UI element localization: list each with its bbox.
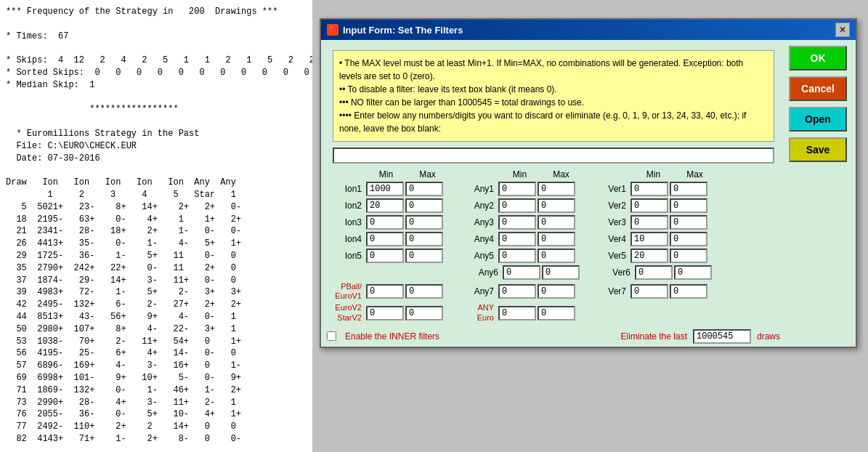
any1-max[interactable] — [538, 182, 575, 196]
any5-max[interactable] — [538, 249, 575, 263]
cancel-button[interactable]: Cancel — [789, 76, 847, 101]
any6-label: Any6 — [463, 267, 501, 278]
ver4-label: Ver4 — [591, 234, 629, 244]
ver1-label: Ver1 — [591, 184, 629, 194]
ion1-min[interactable] — [366, 182, 404, 196]
ver2-max[interactable] — [670, 198, 707, 213]
any4-max[interactable] — [538, 232, 575, 246]
ion4-min[interactable] — [366, 232, 404, 246]
ion5-min[interactable] — [366, 249, 404, 263]
any4-label: Any4 — [459, 234, 497, 244]
ver-min-header: Min — [633, 169, 673, 179]
ion2-label: Ion2 — [327, 201, 365, 211]
any-min-header: Min — [500, 169, 540, 179]
any2-max[interactable] — [538, 198, 575, 213]
draws-input[interactable] — [693, 329, 751, 344]
inner-filters-checkbox[interactable] — [327, 331, 336, 341]
ion3-label: Ion3 — [327, 217, 365, 227]
pball-max[interactable] — [405, 284, 443, 299]
any1-min[interactable] — [498, 182, 536, 196]
eliminate-label: Eliminate the last — [621, 331, 687, 342]
save-button[interactable]: Save — [789, 137, 847, 162]
ver6-label: Ver6 — [596, 267, 633, 278]
any4-min[interactable] — [498, 232, 536, 246]
close-button[interactable]: ✕ — [835, 23, 850, 37]
pball-label: PBall/EuroV1 — [327, 282, 365, 301]
any1-label: Any1 — [459, 184, 497, 194]
ion-min-header: Min — [366, 169, 406, 179]
info-line1: • The MAX level must be at least Min+1. … — [339, 58, 743, 81]
any-euro-max[interactable] — [538, 306, 575, 320]
app-icon: 🔴 — [327, 24, 338, 36]
ion2-max[interactable] — [405, 198, 443, 213]
any6-min[interactable] — [503, 265, 540, 280]
any7-label: Any7 — [459, 286, 497, 296]
ver2-label: Ver2 — [591, 201, 629, 211]
any-max-header: Max — [541, 169, 581, 179]
eurov2-max[interactable] — [405, 306, 443, 320]
ver3-label: Ver3 — [591, 217, 629, 227]
open-button[interactable]: Open — [789, 107, 847, 132]
discard-input-field[interactable] — [333, 148, 774, 164]
ver4-min[interactable] — [630, 232, 668, 246]
discard-section — [333, 148, 774, 164]
any3-label: Any3 — [459, 217, 497, 227]
ver5-label: Ver5 — [591, 251, 629, 261]
any-euro-label: ANYEuro — [459, 303, 497, 322]
ver4-max[interactable] — [670, 232, 707, 246]
ion1-label: Ion1 — [327, 184, 365, 194]
eurov2-min[interactable] — [366, 306, 404, 320]
ver5-min[interactable] — [630, 249, 668, 263]
any2-label: Any2 — [459, 201, 497, 211]
terminal-area: *** Frequency of the Strategy in 200 Dra… — [0, 0, 312, 452]
pball-min[interactable] — [366, 284, 404, 299]
ver6-max[interactable] — [674, 265, 712, 280]
any2-min[interactable] — [498, 198, 536, 213]
ver3-min[interactable] — [630, 215, 668, 230]
ver1-min[interactable] — [630, 182, 668, 196]
ver-max-header: Max — [675, 169, 715, 179]
any7-max[interactable] — [538, 284, 575, 299]
any5-min[interactable] — [498, 249, 536, 263]
ver5-max[interactable] — [670, 249, 707, 263]
title-bar: 🔴 Input Form: Set The Filters ✕ — [321, 20, 856, 40]
ion-max-header: Max — [407, 169, 447, 179]
info-line4: •••• Enter below any numbers/digits you … — [339, 110, 746, 134]
any6-max[interactable] — [542, 265, 580, 280]
ion5-max[interactable] — [405, 249, 443, 263]
any7-min[interactable] — [498, 284, 536, 299]
ver1-max[interactable] — [670, 182, 707, 196]
action-buttons: OK Cancel Open Save — [786, 40, 856, 347]
ion5-label: Ion5 — [327, 251, 365, 261]
ok-button[interactable]: OK — [789, 46, 847, 70]
terminal-text: *** Frequency of the Strategy in 200 Dra… — [6, 6, 307, 445]
info-box: • The MAX level must be at least Min+1. … — [333, 50, 774, 142]
ver3-max[interactable] — [670, 215, 707, 230]
ver7-max[interactable] — [670, 284, 707, 299]
any-euro-min[interactable] — [498, 306, 536, 320]
ion1-max[interactable] — [405, 182, 443, 196]
eurov2-label: EuroV2StarV2 — [327, 303, 365, 322]
ion4-max[interactable] — [405, 232, 443, 246]
draws-label: draws — [757, 331, 780, 342]
bottom-row: Enable the INNER filters Eliminate the l… — [327, 325, 780, 347]
ion3-max[interactable] — [405, 215, 443, 230]
inner-filters-label: Enable the INNER filters — [345, 331, 439, 342]
modal-title: Input Form: Set The Filters — [343, 25, 463, 36]
info-line2: •• To disable a filter: leave its text b… — [339, 84, 557, 94]
ion4-label: Ion4 — [327, 234, 365, 244]
any5-label: Any5 — [459, 251, 497, 261]
any3-min[interactable] — [498, 215, 536, 230]
ion2-min[interactable] — [366, 198, 404, 213]
any3-max[interactable] — [538, 215, 575, 230]
info-line3: ••• NO filter can be larger than 1000545… — [339, 97, 584, 108]
ver2-min[interactable] — [630, 198, 668, 213]
ver7-label: Ver7 — [591, 286, 629, 296]
ver6-min[interactable] — [635, 265, 673, 280]
ver7-min[interactable] — [630, 284, 668, 299]
ion3-min[interactable] — [366, 215, 404, 230]
modal-dialog: 🔴 Input Form: Set The Filters ✕ • The MA… — [320, 18, 857, 348]
modal-overlay: 🔴 Input Form: Set The Filters ✕ • The MA… — [312, 0, 868, 452]
